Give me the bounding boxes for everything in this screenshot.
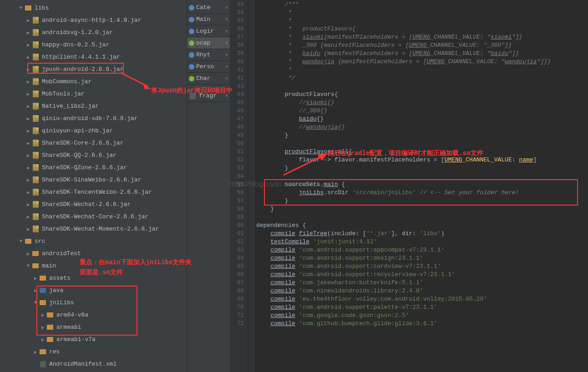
tab-label: ocap <box>196 40 210 46</box>
folder-icon <box>39 275 46 282</box>
tree-jar-item[interactable]: ▶ShareSDK-QQ-2.6.6.jar <box>0 149 187 161</box>
tree-label: jpush-android-2.0.6.jar <box>42 66 123 73</box>
tab-cate[interactable]: Cate× <box>187 2 230 14</box>
tree-folder-jnilibs[interactable]: ▼jniLibs <box>0 297 187 309</box>
tree-label: armeabi <box>56 324 81 331</box>
line-number: 64 <box>230 254 244 262</box>
jar-icon <box>32 164 39 171</box>
jar-icon <box>32 103 39 110</box>
jar-icon <box>32 17 39 24</box>
tree-folder-libs[interactable]: ▼libs <box>0 2 187 14</box>
tab-label: Cate <box>196 4 210 11</box>
line-number: 43 <box>230 82 244 90</box>
tree-folder-res[interactable]: ▶res <box>0 346 187 358</box>
line-number: 62 <box>230 238 244 246</box>
tree-jar-item[interactable]: ▶qiniuyun-api-zhb.jar <box>0 125 187 137</box>
folder-icon <box>39 299 46 307</box>
tab-ocap[interactable]: ocap× <box>187 37 230 49</box>
tree-file-manifest[interactable]: AndroidManifest.xml <box>0 358 187 370</box>
folder-icon <box>39 348 46 356</box>
file-type-icon <box>189 5 194 10</box>
close-icon[interactable]: × <box>225 5 228 10</box>
tree-label: happy-dns-0.2.5.jar <box>42 41 109 48</box>
tree-label: armeabi-v7a <box>56 336 96 343</box>
close-icon[interactable]: × <box>225 64 228 70</box>
tree-label: libs <box>35 5 49 11</box>
folder-icon <box>46 324 54 331</box>
tree-jar-item[interactable]: ▶MobCommons.jar <box>0 75 187 88</box>
tree-label: ShareSDK-Wechat-Moments-2.6.6.jar <box>42 226 159 232</box>
jar-icon <box>32 140 39 147</box>
tree-jar-item[interactable]: ▶ShareSDK-TencentWeibo-2.6.6.jar <box>0 186 187 198</box>
tree-jar-item[interactable]: ▶httpclient-4.4.1.1.jar <box>0 51 187 63</box>
close-icon[interactable]: × <box>225 17 228 22</box>
tab-rhyt[interactable]: Rhyt× <box>187 49 230 61</box>
tree-jar-item[interactable]: ▶ShareSDK-QZone-2.6.6.jar <box>0 161 187 174</box>
file-type-icon <box>189 29 194 34</box>
tree-label: AndroidManifest.xml <box>49 361 117 367</box>
close-icon[interactable]: × <box>225 52 228 58</box>
tree-label: ShareSDK-Wechat-2.6.6.jar <box>42 201 131 208</box>
line-number: 48 <box>230 123 244 131</box>
tree-label: ShareSDK-SinaWeibo-2.6.6.jar <box>42 176 141 183</box>
folder-icon <box>32 250 39 257</box>
jar-icon <box>32 201 39 208</box>
folder-icon <box>46 312 54 319</box>
line-number: 53 <box>230 164 244 172</box>
tree-jar-item[interactable]: ▶jpush-android-2.0.6.jar <box>0 63 187 75</box>
jar-icon <box>32 189 39 196</box>
line-number: 35 <box>230 17 244 25</box>
tree-folder-main[interactable]: ▼main <box>0 260 187 272</box>
tree-folder-src[interactable]: ▼src <box>0 235 187 247</box>
tree-folder-arm64v8a[interactable]: ▶arm64-v8a <box>0 309 187 321</box>
tree-jar-item[interactable]: ▶Native_Libs2.jar <box>0 100 187 112</box>
tab-fragr[interactable]: fragr× <box>187 90 230 102</box>
line-number: 66 <box>230 271 244 279</box>
tree-jar-item[interactable]: ▶happy-dns-0.2.5.jar <box>0 39 187 51</box>
tab-main[interactable]: Main× <box>187 14 230 25</box>
tree-jar-item[interactable]: ▶ShareSDK-SinaWeibo-2.6.6.jar <box>0 174 187 186</box>
tree-label: java <box>49 287 63 294</box>
close-icon[interactable]: × <box>225 76 228 81</box>
tree-folder-test[interactable]: ▶test <box>0 370 187 372</box>
tree-label: jniLibs <box>49 299 74 306</box>
line-number: 63 <box>230 246 244 254</box>
tree-jar-item[interactable]: ▶ShareSDK-Core-2.6.6.jar <box>0 137 187 149</box>
tab-label: Logir <box>196 28 214 35</box>
folder-icon <box>32 262 39 270</box>
line-number: 61 <box>230 230 244 238</box>
line-number: 58 <box>230 205 244 213</box>
tree-label: src <box>35 238 45 245</box>
tree-jar-item[interactable]: ▶ShareSDK-Wechat-Core-2.6.6.jar <box>0 211 187 223</box>
jar-icon <box>32 152 39 159</box>
tree-folder-androidtest[interactable]: ▶androidTest <box>0 247 187 260</box>
tab-login[interactable]: Logir× <box>187 25 230 37</box>
tree-label: ShareSDK-Core-2.6.6.jar <box>42 140 123 146</box>
line-number: 68 <box>230 287 244 295</box>
tree-folder-armeabi[interactable]: ▶armeabi <box>0 321 187 333</box>
tree-jar-item[interactable]: ▶ShareSDK-Wechat-2.6.6.jar <box>0 198 187 211</box>
line-number: 44 <box>230 90 244 99</box>
line-number: 50 <box>230 140 244 148</box>
tree-label: Native_Libs2.jar <box>42 103 99 110</box>
close-icon[interactable]: × <box>225 40 228 46</box>
tab-perso[interactable]: Perso× <box>187 61 230 73</box>
close-icon[interactable]: × <box>225 29 228 34</box>
line-number: 47 <box>230 115 244 123</box>
tree-label: ShareSDK-QZone-2.6.6.jar <box>42 164 127 171</box>
tree-folder-java[interactable]: ▶java <box>0 284 187 297</box>
line-number: 72 <box>230 320 244 328</box>
project-tree-panel[interactable]: ▼libs ▶android-async-http-1.4.9.jar ▶and… <box>0 0 187 372</box>
tree-jar-item[interactable]: ▶android-async-http-1.4.9.jar <box>0 14 187 26</box>
tree-folder-assets[interactable]: ▶assets <box>0 272 187 284</box>
tree-folder-armeabiv7a[interactable]: ▶armeabi-v7a <box>0 333 187 346</box>
line-number: 60 <box>230 221 244 230</box>
tab-char[interactable]: Char× <box>187 73 230 85</box>
tree-jar-item[interactable]: ▶ShareSDK-Wechat-Moments-2.6.6.jar <box>0 223 187 235</box>
tree-jar-item[interactable]: ▶MobTools.jar <box>0 88 187 100</box>
editor-tabs: Cate× Main× Logir× ocap× Rhyt× Perso× Ch… <box>187 0 230 372</box>
close-icon[interactable]: × <box>225 93 228 99</box>
line-number: 71 <box>230 312 244 320</box>
tree-jar-item[interactable]: ▶androidsvg-1.2.0.jar <box>0 26 187 39</box>
tree-jar-item[interactable]: ▶qiniu-android-sdk-7.0.9.jar <box>0 112 187 125</box>
